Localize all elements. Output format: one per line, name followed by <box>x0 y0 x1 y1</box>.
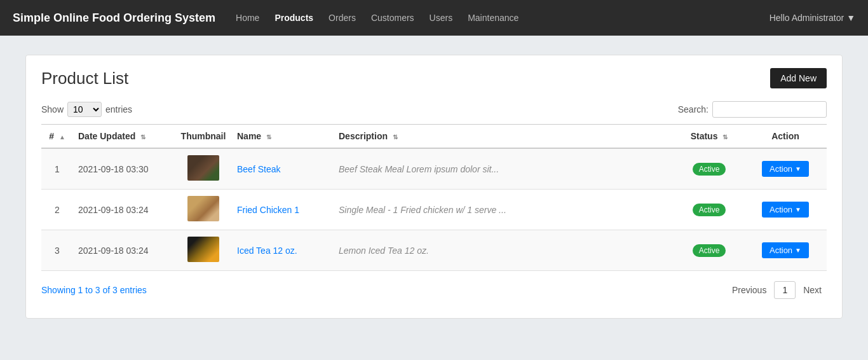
pagination-info: Showing 1 to 3 of 3 entries <box>41 285 147 295</box>
row-action: Action ▼ <box>744 148 827 190</box>
product-link[interactable]: Beef Steak <box>237 164 281 174</box>
showing-text: Showing <box>41 285 78 295</box>
table-row: 1 2021-09-18 03:30 Beef Steak Beef Steak… <box>41 148 827 190</box>
row-date: 2021-09-18 03:24 <box>73 230 175 271</box>
product-description: Single Meal - 1 Fried chicken w/ 1 serve… <box>339 205 506 215</box>
status-badge: Active <box>693 204 726 216</box>
action-button[interactable]: Action ▼ <box>762 161 809 177</box>
action-caret-icon: ▼ <box>795 247 801 254</box>
navbar: Simple Online Food Ordering System Home … <box>0 0 868 36</box>
table-header-row: # ▲ Date Updated ⇅ Thumbnail Name ⇅ Desc… <box>41 125 827 149</box>
page-title: Product List <box>41 69 128 88</box>
search-label: Search: <box>678 104 709 114</box>
thumbnail-image <box>187 155 219 181</box>
previous-button[interactable]: Previous <box>727 282 771 298</box>
navbar-links: Home Products Orders Customers Users Mai… <box>234 10 770 25</box>
sort-name-icon: ⇅ <box>266 134 271 141</box>
col-header-action: Action <box>744 125 827 149</box>
action-caret-icon: ▼ <box>795 165 801 172</box>
action-button[interactable]: Action ▼ <box>762 202 809 218</box>
col-header-date[interactable]: Date Updated ⇅ <box>73 125 175 149</box>
row-num: 2 <box>41 190 73 230</box>
nav-orders[interactable]: Orders <box>327 10 357 25</box>
main-container: Product List Add New Show 10 25 50 100 e… <box>0 36 868 338</box>
col-header-status[interactable]: Status ⇅ <box>674 125 744 149</box>
table-row: 2 2021-09-18 03:24 Fried Chicken 1 Singl… <box>41 190 827 230</box>
navbar-user[interactable]: Hello Administrator ▼ <box>770 13 855 23</box>
row-thumbnail <box>175 230 232 271</box>
row-name: Iced Tea 12 oz. <box>232 230 334 271</box>
row-date: 2021-09-18 03:24 <box>73 190 175 230</box>
product-link[interactable]: Fried Chicken 1 <box>237 205 299 215</box>
col-header-description[interactable]: Description ⇅ <box>334 125 674 149</box>
show-label: Show <box>41 104 64 114</box>
navbar-user-caret: ▼ <box>846 13 855 23</box>
action-button[interactable]: Action ▼ <box>762 242 809 258</box>
action-label: Action <box>770 164 792 174</box>
row-action: Action ▼ <box>744 190 827 230</box>
thumbnail-image <box>187 196 219 221</box>
row-description: Beef Steak Meal Lorem ipsum dolor sit... <box>334 148 674 190</box>
sort-date-icon: ⇅ <box>140 134 146 141</box>
col-header-thumbnail: Thumbnail <box>175 125 232 149</box>
navbar-brand: Simple Online Food Ordering System <box>13 11 215 25</box>
row-status: Active <box>674 230 744 271</box>
status-badge: Active <box>693 163 726 176</box>
card-header: Product List Add New <box>41 68 827 88</box>
nav-products[interactable]: Products <box>273 10 315 25</box>
row-thumbnail <box>175 148 232 190</box>
search-input[interactable] <box>712 101 827 118</box>
table-row: 3 2021-09-18 03:24 Iced Tea 12 oz. Lemon… <box>41 230 827 271</box>
products-table: # ▲ Date Updated ⇅ Thumbnail Name ⇅ Desc… <box>41 124 827 271</box>
product-link[interactable]: Iced Tea 12 oz. <box>237 246 297 256</box>
row-thumbnail <box>175 190 232 230</box>
col-header-num[interactable]: # ▲ <box>41 125 73 149</box>
row-date: 2021-09-18 03:30 <box>73 148 175 190</box>
row-name: Beef Steak <box>232 148 334 190</box>
product-description: Beef Steak Meal Lorem ipsum dolor sit... <box>339 164 499 174</box>
entries-label: entries <box>105 104 132 114</box>
action-label: Action <box>770 205 792 214</box>
entries-select[interactable]: 10 25 50 100 <box>67 102 102 117</box>
nav-users[interactable]: Users <box>428 10 454 25</box>
total-entries: 3 <box>112 285 118 295</box>
of-text: of <box>100 285 112 295</box>
entries-suffix: entries <box>118 285 147 295</box>
nav-maintenance[interactable]: Maintenance <box>466 10 520 25</box>
row-status: Active <box>674 148 744 190</box>
row-description: Lemon Iced Tea 12 oz. <box>334 230 674 271</box>
row-name: Fried Chicken 1 <box>232 190 334 230</box>
status-badge: Active <box>693 244 726 257</box>
sort-num-icon: ▲ <box>59 134 65 141</box>
product-list-card: Product List Add New Show 10 25 50 100 e… <box>25 55 843 319</box>
page-1-button[interactable]: 1 <box>774 281 796 299</box>
show-entries-control: Show 10 25 50 100 entries <box>41 102 132 117</box>
col-header-name[interactable]: Name ⇅ <box>232 125 334 149</box>
pagination-controls: Previous 1 Next <box>727 281 827 299</box>
nav-customers[interactable]: Customers <box>370 10 416 25</box>
action-caret-icon: ▼ <box>795 206 801 213</box>
product-description: Lemon Iced Tea 12 oz. <box>339 246 429 256</box>
add-new-button[interactable]: Add New <box>770 68 827 88</box>
row-action: Action ▼ <box>744 230 827 271</box>
showing-range: 1 to 3 <box>78 285 100 295</box>
row-status: Active <box>674 190 744 230</box>
navbar-user-label: Hello Administrator <box>770 13 844 23</box>
sort-desc-icon: ⇅ <box>393 134 398 141</box>
action-label: Action <box>770 246 792 255</box>
pagination-row: Showing 1 to 3 of 3 entries Previous 1 N… <box>41 281 827 299</box>
row-description: Single Meal - 1 Fried chicken w/ 1 serve… <box>334 190 674 230</box>
nav-home[interactable]: Home <box>234 10 261 25</box>
sort-status-icon: ⇅ <box>722 134 728 141</box>
row-num: 3 <box>41 230 73 271</box>
table-controls: Show 10 25 50 100 entries Search: <box>41 101 827 118</box>
thumbnail-image <box>187 237 219 262</box>
search-box: Search: <box>678 101 827 118</box>
next-button[interactable]: Next <box>798 282 827 298</box>
row-num: 1 <box>41 148 73 190</box>
